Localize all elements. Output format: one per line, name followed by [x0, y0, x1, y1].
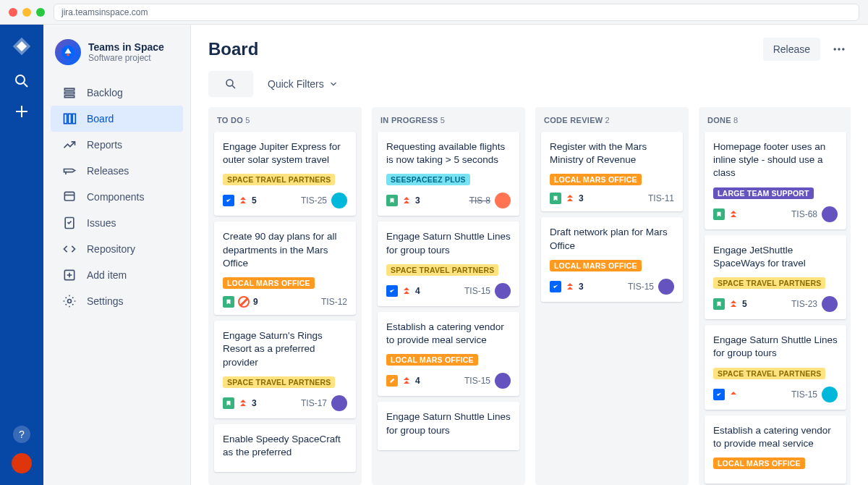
quick-filters[interactable]: Quick Filters — [268, 78, 339, 90]
card-title: Create 90 day plans for all departments … — [223, 230, 347, 270]
sidebar-item-board[interactable]: Board — [51, 106, 183, 132]
help-icon[interactable]: ? — [13, 426, 30, 443]
close-icon[interactable] — [9, 8, 17, 17]
sidebar-item-backlog[interactable]: Backlog — [51, 80, 183, 106]
sidebar-item-releases[interactable]: Releases — [51, 158, 183, 184]
assignee-avatar[interactable] — [822, 296, 838, 312]
issue-key[interactable]: TIS-68 — [791, 209, 817, 219]
svg-line-1 — [24, 83, 27, 87]
epic-pill[interactable]: LOCAL MARS OFFICE — [713, 457, 805, 469]
url-input[interactable]: jira.teamsinspace.com — [54, 4, 859, 21]
card-title: Engage JetShuttle SpaceWays for travel — [713, 244, 838, 270]
story-points: 5 — [742, 299, 747, 309]
issue-card[interactable]: Register with the Mars Ministry of Reven… — [541, 132, 683, 211]
sidebar-item-label: Add item — [87, 269, 127, 281]
issue-key[interactable]: TIS-15 — [791, 389, 817, 400]
issue-card[interactable]: Draft network plan for Mars OfficeLOCAL … — [541, 217, 683, 301]
story-points: 3 — [252, 398, 257, 408]
maximize-icon[interactable] — [36, 8, 45, 17]
issue-card[interactable]: Engage Jupiter Express for outer solar s… — [214, 132, 356, 216]
story-icon — [550, 193, 561, 204]
issue-card[interactable]: Homepage footer uses an inline style - s… — [705, 132, 846, 229]
issue-key[interactable]: TIS-17 — [301, 398, 327, 408]
issue-key[interactable]: TIS-25 — [301, 195, 327, 206]
blocked-icon — [238, 296, 250, 308]
sidebar-item-issues[interactable]: Issues — [51, 210, 183, 236]
sidebar-item-add[interactable]: Add item — [51, 262, 183, 288]
epic-pill[interactable]: SPACE TRAVEL PARTNERS — [713, 277, 825, 289]
epic-pill[interactable]: LOCAL MARS OFFICE — [223, 277, 315, 289]
epic-pill[interactable]: LOCAL MARS OFFICE — [386, 354, 478, 366]
issue-key[interactable]: TIS-23 — [791, 299, 817, 309]
story-points: 4 — [415, 286, 420, 296]
epic-pill[interactable]: LOCAL MARS OFFICE — [550, 260, 642, 271]
assignee-avatar[interactable] — [331, 395, 347, 411]
priority-highest-icon — [728, 299, 739, 309]
issue-card[interactable]: Establish a catering vendor to provide m… — [378, 312, 519, 396]
issue-card[interactable]: Enable Speedy SpaceCraft as the preferre… — [214, 424, 356, 472]
issue-card[interactable]: Create 90 day plans for all departments … — [214, 222, 356, 315]
issue-card[interactable]: Requesting available flights is now taki… — [378, 132, 519, 216]
issue-card[interactable]: Engage JetShuttle SpaceWays for travelSP… — [705, 235, 846, 319]
epic-pill[interactable]: SPACE TRAVEL PARTNERS — [713, 368, 825, 379]
sidebar-item-label: Backlog — [87, 87, 123, 98]
svg-rect-6 — [64, 88, 74, 90]
issue-key[interactable]: TIS-8 — [469, 195, 490, 206]
issue-key[interactable]: TIS-15 — [628, 282, 654, 292]
story-icon — [223, 397, 234, 409]
sidebar-item-settings[interactable]: Settings — [51, 288, 183, 314]
assignee-avatar[interactable] — [331, 193, 347, 208]
task-icon — [713, 389, 725, 400]
svg-rect-13 — [64, 192, 74, 201]
minimize-icon[interactable] — [22, 8, 31, 17]
epic-pill[interactable]: SEESPACEEZ PLUS — [386, 174, 470, 185]
svg-rect-8 — [64, 96, 74, 98]
filter-row: Quick Filters — [208, 71, 851, 97]
epic-pill[interactable]: LOCAL MARS OFFICE — [550, 174, 642, 185]
create-icon[interactable] — [13, 103, 30, 120]
traffic-lights — [9, 8, 45, 17]
assignee-avatar[interactable] — [822, 206, 838, 222]
issue-key[interactable]: TIS-12 — [321, 297, 347, 307]
release-button[interactable]: Release — [763, 38, 820, 61]
card-title: Engage Saturn Shuttle Lines for group to… — [713, 334, 838, 360]
assignee-avatar[interactable] — [495, 283, 511, 299]
task-icon — [386, 285, 398, 297]
board-column: CODE REVIEW2Register with the Mars Minis… — [535, 107, 689, 485]
task-icon — [550, 281, 561, 292]
svg-point-5 — [67, 54, 69, 56]
card-title: Engage Saturn's Rings Resort as a prefer… — [223, 329, 347, 369]
issue-card[interactable]: Engage Saturn Shuttle Lines for group to… — [378, 402, 519, 450]
sidebar-item-label: Settings — [87, 295, 124, 307]
sidebar-item-repository[interactable]: Repository — [51, 236, 183, 262]
issue-key[interactable]: TIS-11 — [648, 193, 674, 203]
epic-pill[interactable]: SPACE TRAVEL PARTNERS — [386, 264, 498, 276]
jira-logo-icon[interactable] — [12, 36, 32, 56]
card-title: Draft network plan for Mars Office — [550, 226, 674, 252]
user-avatar[interactable] — [12, 453, 32, 473]
project-header[interactable]: Teams in Space Software project — [43, 39, 190, 80]
svg-point-20 — [834, 48, 836, 50]
epic-pill[interactable]: SPACE TRAVEL PARTNERS — [223, 376, 335, 388]
issue-card[interactable]: Engage Saturn Shuttle Lines for group to… — [378, 222, 519, 305]
board-search[interactable] — [208, 71, 253, 97]
issue-card[interactable]: Establish a catering vendor to provide m… — [705, 416, 846, 484]
issue-card[interactable]: Engage Saturn Shuttle Lines for group to… — [705, 325, 846, 409]
sidebar-item-reports[interactable]: Reports — [51, 132, 183, 158]
issue-key[interactable]: TIS-15 — [464, 376, 490, 386]
column-header: CODE REVIEW2 — [541, 113, 683, 126]
assignee-avatar[interactable] — [495, 373, 511, 389]
epic-pill[interactable]: SPACE TRAVEL PARTNERS — [223, 174, 335, 185]
priority-highest-icon — [401, 286, 412, 296]
more-icon[interactable] — [827, 38, 851, 61]
assignee-avatar[interactable] — [822, 387, 838, 402]
card-title: Establish a catering vendor to provide m… — [386, 321, 511, 347]
priority-highest-icon — [565, 193, 575, 203]
sidebar-item-components[interactable]: Components — [51, 184, 183, 210]
epic-pill[interactable]: LARGE TEAM SUPPORT — [713, 187, 814, 199]
assignee-avatar[interactable] — [495, 193, 511, 208]
search-icon[interactable] — [13, 72, 30, 90]
issue-card[interactable]: Engage Saturn's Rings Resort as a prefer… — [214, 321, 356, 418]
issue-key[interactable]: TIS-15 — [464, 286, 490, 296]
assignee-avatar[interactable] — [658, 279, 674, 295]
